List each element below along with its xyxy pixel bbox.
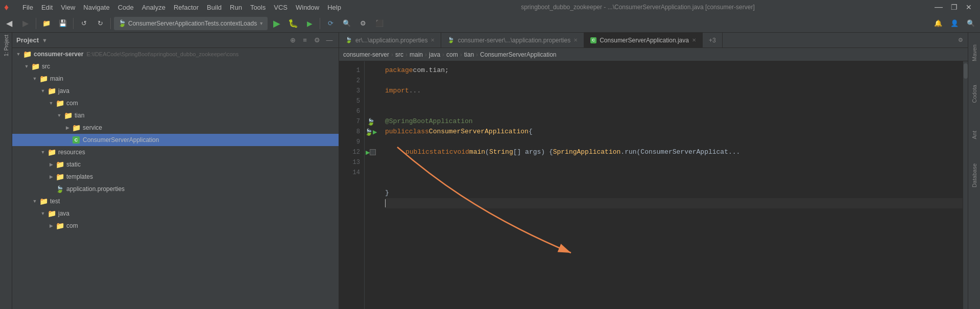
breadcrumb-com[interactable]: com [446,51,458,58]
code-line-3: import ... [385,86,963,96]
coverage-button[interactable]: ▶ [302,16,317,31]
tree-label-com: com [66,100,78,107]
tab-app-properties-1[interactable]: 🍃 er\...\application.properties ✕ [339,33,441,48]
breadcrumb-tian[interactable]: tian [464,51,474,58]
tree-item-tian[interactable]: ▼ 📁 tian [12,109,339,122]
search-button[interactable]: 🔍 [964,16,978,31]
menu-navigate[interactable]: Navigate [79,3,113,12]
tree-item-com[interactable]: ▼ 📁 com [12,97,339,109]
maven-panel-button[interactable]: Maven [968,33,980,74]
breadcrumb: consumer-server › src › main › java › co… [339,48,968,61]
maximize-button[interactable]: ❐ [947,2,962,12]
redo-button[interactable]: ↻ [93,16,107,31]
close-panel-icon[interactable]: — [324,35,334,45]
folder-icon-java: 📁 [47,86,56,96]
project-dropdown-icon[interactable]: ▼ [42,37,47,43]
toolbar: ◀ ▶ 📁 💾 ↺ ↻ 🍃 ConsumerServerApplicationT… [0,14,980,33]
tree-item-main[interactable]: ▼ 📁 main [12,73,339,85]
project-settings-icon[interactable]: ⚙ [312,35,322,45]
tree-item-templates[interactable]: ▶ 📁 templates [12,171,339,183]
stop-button[interactable]: ⬛ [372,16,387,31]
gutter-7-run[interactable]: 🍃 ▶ [365,127,377,137]
tree-item-java[interactable]: ▼ 📁 java [12,85,339,97]
forward-button[interactable]: ▶ [18,16,33,31]
tree-item-static[interactable]: ▶ 📁 static [12,158,339,171]
scroll-thumb[interactable] [964,63,968,79]
menu-bar: ♦ File Edit View Navigate Code Analyze R… [0,0,980,14]
tree-item-resources[interactable]: ▼ 📁 resources [12,146,339,158]
tree-item-test[interactable]: ▼ 📁 test [12,195,339,207]
debug-button[interactable]: 🐛 [286,16,300,31]
breadcrumb-java[interactable]: java [429,51,440,58]
menu-vcs[interactable]: VCS [270,3,292,12]
tree-item-consumer-server[interactable]: ▼ 📁 consumer-server E:\IDEACode\SpringBo… [12,48,339,60]
menu-window[interactable]: Window [292,3,323,12]
run-button[interactable]: ▶ [270,16,284,31]
settings-button[interactable]: ⚙ [356,16,370,31]
menu-help[interactable]: Help [323,3,345,12]
menu-tools[interactable]: Tools [246,3,270,12]
menu-analyze[interactable]: Analyze [138,3,170,12]
collapse-all-icon[interactable]: ≡ [300,35,310,45]
editor-scrollbar[interactable] [963,61,968,309]
menu-build[interactable]: Build [203,3,226,12]
codota-panel-button[interactable]: Codota [968,74,980,114]
run-gutter-icon[interactable]: 🍃 [365,128,373,136]
code-content[interactable]: package com.tian; import ... @SpringBoot… [377,61,963,309]
gutter-9-run[interactable]: ▶ [365,147,377,157]
tab-more[interactable]: +3 [703,33,723,48]
tree-item-test-java[interactable]: ▼ 📁 java [12,207,339,220]
tree-label-consumer-server: consumer-server [34,51,83,58]
tab-consumer-app[interactable]: C ConsumerServerApplication.java ✕ [584,33,703,48]
open-file-button[interactable]: 📁 [39,16,54,31]
tree-item-app-properties[interactable]: 🍃 application.properties [12,183,339,195]
locate-file-icon[interactable]: ⊕ [288,35,298,45]
tree-item-test-com[interactable]: ▶ 📁 com [12,220,339,232]
ant-panel-button[interactable]: Ant [968,114,980,155]
tab-close-2[interactable]: ✕ [573,37,578,43]
tree-item-service[interactable]: ▶ 📁 service [12,122,339,134]
run-configuration[interactable]: 🍃 ConsumerServerApplicationTests.context… [114,17,268,30]
menu-view[interactable]: View [57,3,79,12]
menu-edit[interactable]: Edit [37,3,57,12]
window-title: springboot_dubbo_zookeeper - ...\Consume… [345,4,930,11]
breadcrumb-src[interactable]: src [395,51,403,58]
save-button[interactable]: 💾 [56,16,70,31]
menu-code[interactable]: Code [114,3,138,12]
tree-arrow-templates: ▶ [47,174,55,179]
sync-button[interactable]: ⟳ [323,16,338,31]
tab-app-properties-2[interactable]: 🍃 consumer-server\...\application.proper… [441,33,584,48]
project-tab-vertical[interactable]: 1: Project [0,35,12,56]
folder-icon-test: 📁 [39,197,48,206]
tree-item-src[interactable]: ▼ 📁 src [12,60,339,73]
menu-file[interactable]: File [18,3,37,12]
back-button[interactable]: ◀ [2,16,16,31]
run-main-icon[interactable]: ▶ [366,149,370,156]
editor-settings-icon[interactable]: ⚙ [953,33,968,47]
run-config-label: ConsumerServerApplicationTests.contextLo… [128,20,257,27]
breadcrumb-consumer-server[interactable]: consumer-server [343,51,389,58]
tab-label-more: +3 [709,37,716,44]
project-panel: Project ▼ ⊕ ≡ ⚙ — ▼ 📁 consumer-server E:… [12,33,339,309]
menu-refactor[interactable]: Refactor [170,3,203,12]
tab-close-3[interactable]: ✕ [692,37,696,43]
search-everywhere-button[interactable]: 🔍 [340,16,354,31]
token-annotation: @SpringBootApplication [385,116,473,127]
tab-close-1[interactable]: ✕ [431,37,435,43]
close-button[interactable]: ✕ [962,2,976,12]
breadcrumb-class[interactable]: ConsumerServerApplication [480,51,556,58]
token-brace-open-7: { [529,127,533,137]
database-panel-button[interactable]: Database [968,155,980,196]
token-spring-app-9: SpringApplication [553,147,621,157]
undo-button[interactable]: ↺ [77,16,91,31]
menu-run[interactable]: Run [226,3,246,12]
toolbar-separator-1 [36,18,36,29]
avatar-button[interactable]: 👤 [947,16,962,31]
toolbar-separator-3 [110,18,111,29]
breadcrumb-main[interactable]: main [410,51,423,58]
tree-item-consumer-server-application[interactable]: C ConsumerServerApplication [12,134,339,146]
play-gutter-icon[interactable]: ▶ [373,129,377,135]
notifications-button[interactable]: 🔔 [931,16,945,31]
tab-label-1: er\...\application.properties [355,37,427,44]
minimize-button[interactable]: — [930,2,947,13]
